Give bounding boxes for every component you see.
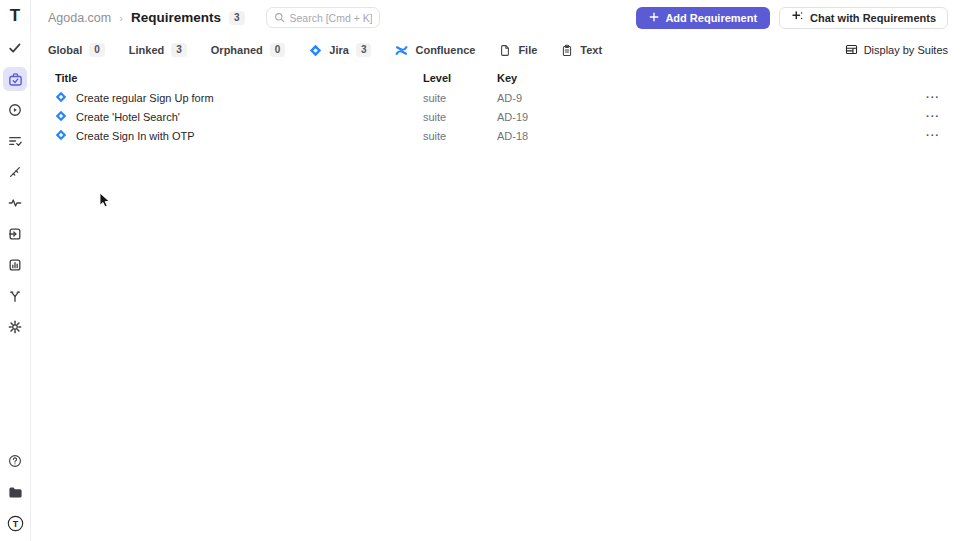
filter-file[interactable]: File [499, 44, 537, 57]
sidebar-item-list-check[interactable] [3, 129, 27, 153]
jira-issue-icon [55, 110, 67, 124]
table-row[interactable]: Create Sign In with OTP suite AD-18 ··· [55, 126, 940, 145]
filter-linked-count: 3 [171, 43, 187, 57]
sidebar-item-reports[interactable] [3, 253, 27, 277]
table-layout-icon [845, 43, 858, 58]
row-key: AD-9 [497, 92, 926, 104]
filter-linked[interactable]: Linked 3 [129, 43, 187, 57]
column-header-title: Title [55, 72, 423, 84]
filter-bar: Global 0 Linked 3 Orphaned 0 Jira 3 Conf… [31, 38, 960, 62]
plus-icon [649, 12, 659, 24]
breadcrumb-separator: › [119, 12, 123, 24]
column-header-level: Level [423, 72, 497, 84]
filter-jira-count: 3 [356, 43, 372, 57]
avatar-t-icon: T [7, 515, 24, 532]
app-logo[interactable]: T [10, 7, 20, 24]
folder-icon [8, 485, 23, 500]
row-title[interactable]: Create Sign In with OTP [76, 130, 195, 142]
jira-logo-icon [309, 44, 322, 57]
display-by-suites-toggle[interactable]: Display by Suites [845, 43, 948, 58]
list-check-icon [8, 134, 22, 148]
requirements-table: Title Level Key Create regular Sign Up f… [31, 67, 960, 145]
filter-global[interactable]: Global 0 [48, 43, 105, 57]
topbar: Agoda.com › Requirements 3 Add Requireme… [31, 0, 960, 35]
main-content: Agoda.com › Requirements 3 Add Requireme… [31, 0, 960, 541]
topbar-actions: Add Requirement Chat with Requirements [636, 7, 948, 29]
file-icon [499, 44, 511, 57]
row-title[interactable]: Create 'Hotel Search' [76, 111, 180, 123]
clipboard-icon [561, 44, 573, 57]
sidebar-item-import[interactable] [3, 222, 27, 246]
filter-orphaned-count: 0 [270, 43, 286, 57]
add-requirement-button[interactable]: Add Requirement [636, 7, 770, 29]
row-menu-button[interactable]: ··· [926, 92, 940, 103]
steps-icon [8, 165, 22, 179]
chat-with-requirements-button[interactable]: Chat with Requirements [779, 7, 948, 29]
sidebar-item-steps[interactable] [3, 160, 27, 184]
filter-text[interactable]: Text [561, 44, 602, 57]
import-box-icon [8, 227, 22, 241]
sidebar-item-requirements[interactable] [3, 67, 27, 91]
sidebar-item-runs[interactable] [3, 98, 27, 122]
check-icon [8, 41, 22, 55]
requirements-case-icon [8, 72, 23, 87]
sidebar-item-check[interactable] [3, 36, 27, 60]
sidebar-item-projects[interactable] [3, 480, 27, 504]
settings-gear-icon [8, 320, 22, 334]
confluence-logo-icon [395, 44, 408, 57]
report-chart-icon [8, 258, 22, 272]
search-input[interactable] [290, 12, 372, 24]
requirements-count-badge: 3 [229, 11, 245, 25]
jira-issue-icon [55, 129, 67, 143]
branch-icon [8, 289, 22, 303]
filter-confluence[interactable]: Confluence [395, 44, 475, 57]
row-level: suite [423, 130, 497, 142]
row-key: AD-19 [497, 111, 926, 123]
search-icon [274, 9, 285, 27]
sidebar-item-activity[interactable] [3, 191, 27, 215]
row-menu-button[interactable]: ··· [926, 111, 940, 122]
row-level: suite [423, 92, 497, 104]
help-circle-icon [8, 454, 22, 468]
sidebar-nav [3, 36, 27, 339]
row-menu-button[interactable]: ··· [926, 130, 940, 141]
sidebar-item-branch[interactable] [3, 284, 27, 308]
breadcrumb-project[interactable]: Agoda.com [48, 11, 111, 25]
ai-sparkle-icon [791, 10, 804, 25]
table-header: Title Level Key [55, 67, 940, 88]
sidebar-item-help[interactable] [3, 449, 27, 473]
filter-orphaned[interactable]: Orphaned 0 [211, 43, 286, 57]
filter-global-count: 0 [89, 43, 105, 57]
column-header-key: Key [497, 72, 926, 84]
search-box[interactable] [266, 7, 380, 28]
sidebar-item-settings[interactable] [3, 315, 27, 339]
play-circle-icon [8, 103, 22, 117]
user-avatar[interactable]: T [3, 511, 27, 535]
row-title[interactable]: Create regular Sign Up form [76, 92, 214, 104]
page-title: Requirements [131, 10, 221, 25]
filter-jira[interactable]: Jira 3 [309, 43, 371, 57]
activity-pulse-icon [8, 196, 22, 210]
table-row[interactable]: Create 'Hotel Search' suite AD-19 ··· [55, 107, 940, 126]
svg-text:T: T [12, 518, 18, 528]
sidebar-bottom: T [3, 449, 27, 535]
row-level: suite [423, 111, 497, 123]
table-row[interactable]: Create regular Sign Up form suite AD-9 ·… [55, 88, 940, 107]
sidebar: T [0, 0, 31, 541]
row-key: AD-18 [497, 130, 926, 142]
jira-issue-icon [55, 91, 67, 105]
